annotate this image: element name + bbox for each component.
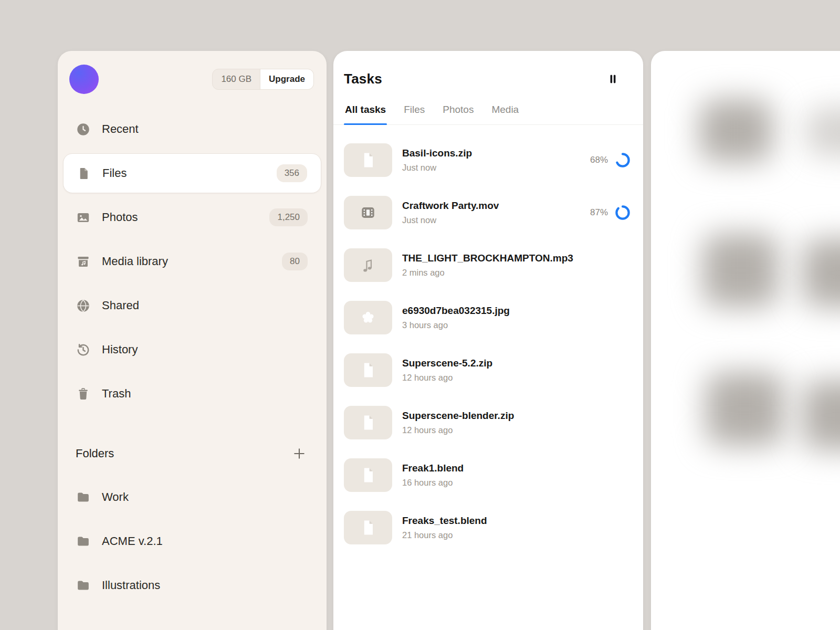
progress-percent: 87%: [590, 207, 608, 218]
folder-item-work[interactable]: Work: [63, 475, 321, 519]
preview-panel: [651, 51, 840, 630]
nav-label: Trash: [102, 387, 308, 401]
pause-button[interactable]: [605, 72, 620, 87]
task-info: Freaks_test.blend21 hours ago: [402, 515, 631, 540]
task-name: e6930d7bea032315.jpg: [402, 305, 631, 317]
task-name: Craftwork Party.mov: [402, 200, 580, 212]
task-row-basil-icons-zip[interactable]: Basil-icons.zipJust now68%: [333, 134, 643, 186]
nav-label: History: [102, 343, 308, 356]
task-info: Superscene-blender.zip12 hours ago: [402, 410, 631, 435]
sidebar-item-shared[interactable]: Shared: [63, 284, 321, 328]
sidebar-item-trash[interactable]: Trash: [63, 372, 321, 416]
task-row-superscene-blender-zip[interactable]: Superscene-blender.zip12 hours ago: [333, 396, 643, 449]
task-time: Just now: [402, 163, 580, 173]
nav-label: Work: [102, 490, 308, 504]
tab-media[interactable]: Media: [490, 102, 520, 124]
task-time: 16 hours ago: [402, 478, 631, 488]
task-name: THE_LIGHT_BROCKHAMPTON.mp3: [402, 253, 631, 264]
plus-icon: [292, 446, 307, 461]
image-thumbnail-icon: [344, 301, 392, 334]
task-time: 2 mins ago: [402, 268, 631, 278]
photos-icon: [76, 210, 90, 225]
file-icon: [76, 166, 91, 181]
media-icon: [76, 254, 90, 269]
task-info: Superscene-5.2.zip12 hours ago: [402, 358, 631, 383]
folder-icon: [76, 578, 90, 593]
sidebar-item-media-library[interactable]: Media library80: [63, 239, 321, 284]
task-time: 21 hours ago: [402, 530, 631, 540]
blurred-thumbnail: [802, 239, 840, 307]
sidebar-item-history[interactable]: History: [63, 328, 321, 372]
sidebar-item-photos[interactable]: Photos1,250: [63, 195, 321, 239]
doc-thumbnail-icon: [344, 353, 392, 387]
folder-icon: [76, 534, 90, 549]
tab-photos[interactable]: Photos: [442, 102, 475, 124]
task-list: Basil-icons.zipJust now68%Craftwork Part…: [333, 134, 643, 554]
pause-icon: [606, 72, 620, 86]
task-row-freak1-blend[interactable]: Freak1.blend16 hours ago: [333, 449, 643, 501]
task-row-craftwork-party-mov[interactable]: Craftwork Party.movJust now87%: [333, 186, 643, 239]
task-name: Freak1.blend: [402, 463, 631, 474]
app-background: { "colors": { "accent": "#1f7cf5" }, "ac…: [0, 0, 840, 630]
folder-item-illustrations[interactable]: Illustrations: [63, 563, 321, 607]
storage-control: 160 GB Upgrade: [212, 69, 314, 90]
progress-spinner-icon: [615, 205, 631, 220]
count-badge: 356: [277, 164, 307, 182]
blurred-thumbnail: [702, 234, 779, 307]
doc-thumbnail-icon: [344, 143, 392, 177]
task-row-superscene-5-2-zip[interactable]: Superscene-5.2.zip12 hours ago: [333, 344, 643, 396]
task-row-the-light-brockhampton-mp3[interactable]: THE_LIGHT_BROCKHAMPTON.mp32 mins ago: [333, 239, 643, 291]
task-info: Basil-icons.zipJust now: [402, 148, 580, 173]
avatar[interactable]: [69, 65, 99, 94]
folder-list: WorkACME v.2.1Illustrations: [58, 475, 327, 607]
nav-label: Shared: [102, 299, 308, 312]
music-thumbnail-icon: [344, 248, 392, 282]
tab-files[interactable]: Files: [403, 102, 426, 124]
task-info: e6930d7bea032315.jpg3 hours ago: [402, 305, 631, 330]
blurred-thumbnail: [806, 108, 840, 156]
sidebar-nav: RecentFiles356Photos1,250Media library80…: [58, 107, 327, 416]
upgrade-button[interactable]: Upgrade: [260, 69, 313, 89]
task-row-freaks-test-blend[interactable]: Freaks_test.blend21 hours ago: [333, 501, 643, 554]
task-name: Basil-icons.zip: [402, 148, 580, 159]
sidebar-header: 160 GB Upgrade: [58, 51, 327, 94]
tasks-title: Tasks: [344, 71, 382, 87]
storage-usage: 160 GB: [213, 69, 260, 89]
add-folder-button[interactable]: [291, 445, 308, 462]
doc-thumbnail-icon: [344, 458, 392, 492]
blurred-thumbnail: [802, 381, 840, 450]
task-time: 3 hours ago: [402, 320, 631, 330]
globe-icon: [76, 298, 90, 313]
nav-label: Illustrations: [102, 579, 308, 592]
folder-item-acme-v-2-1[interactable]: ACME v.2.1: [63, 519, 321, 563]
task-time: 12 hours ago: [402, 425, 631, 435]
task-time: Just now: [402, 215, 580, 225]
task-progress: 87%: [590, 205, 631, 220]
task-name: Superscene-5.2.zip: [402, 358, 631, 369]
doc-thumbnail-icon: [344, 406, 392, 439]
progress-spinner-icon: [615, 152, 631, 168]
task-name: Freaks_test.blend: [402, 515, 631, 527]
task-progress: 68%: [590, 152, 631, 168]
nav-label: Photos: [102, 211, 258, 224]
video-thumbnail-icon: [344, 196, 392, 229]
task-info: Craftwork Party.movJust now: [402, 200, 580, 225]
count-badge: 80: [282, 253, 308, 270]
tasks-header: Tasks: [333, 51, 643, 87]
blurred-thumbnail: [706, 372, 784, 446]
sidebar-item-files[interactable]: Files356: [63, 153, 321, 193]
progress-percent: 68%: [590, 155, 608, 165]
history-icon: [76, 342, 90, 357]
folders-title: Folders: [76, 447, 114, 460]
task-row-e6930d7bea032315-jpg[interactable]: e6930d7bea032315.jpg3 hours ago: [333, 291, 643, 344]
tasks-panel: Tasks All tasksFilesPhotosMedia Basil-ic…: [333, 51, 643, 630]
tab-all-tasks[interactable]: All tasks: [344, 102, 387, 124]
doc-thumbnail-icon: [344, 511, 392, 544]
count-badge: 1,250: [269, 208, 308, 226]
task-name: Superscene-blender.zip: [402, 410, 631, 422]
nav-label: Media library: [102, 255, 270, 268]
tasks-tabs: All tasksFilesPhotosMedia: [333, 102, 643, 125]
sidebar-item-recent[interactable]: Recent: [63, 107, 321, 151]
nav-label: Files: [102, 166, 265, 180]
task-time: 12 hours ago: [402, 373, 631, 383]
